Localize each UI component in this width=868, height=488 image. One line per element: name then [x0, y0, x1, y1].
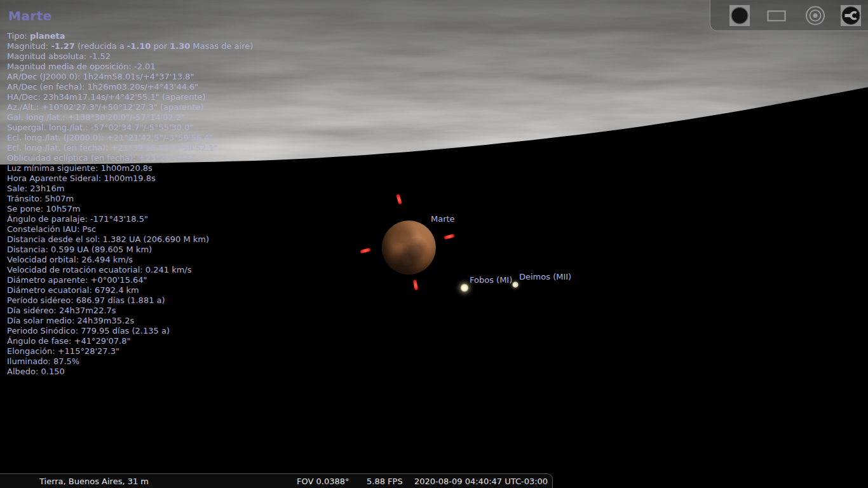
location-status: Tierra, Buenos Aires, 31 m: [39, 477, 149, 486]
info-line: Albedo: 0.150: [7, 367, 306, 377]
info-line: HA/Dec: 23h34m17.14s/+4°42'55.1" (aparen…: [7, 92, 306, 102]
window-icon: [766, 5, 787, 26]
info-line: Ecl. long./lat. (J2000.0): +21°21'42.5"/…: [7, 133, 306, 143]
phobos-label: Fobos (MI): [470, 275, 512, 285]
info-line: Gal. long./lat.: +138°30'20.0"/-57°14'02…: [7, 112, 306, 123]
info-line: Velocidad orbital: 26.494 km/s: [7, 255, 306, 265]
fov-status: FOV 0.0388°: [297, 477, 349, 486]
info-line: Tránsito: 5h07m: [7, 194, 306, 204]
datetime-status: 2020-08-09 04:40:47 UTC-03:00: [414, 477, 548, 486]
info-line: Día solar medio: 24h39m35.2s: [7, 316, 306, 326]
object-title: Marte: [8, 8, 52, 24]
info-line: Ángulo de paralaje: -171°43'18.5": [7, 214, 306, 224]
mars-planet[interactable]: [382, 220, 436, 274]
info-line: Diámetro ecuatorial: 6792.4 km: [7, 285, 306, 295]
deimos-moon[interactable]: [512, 281, 519, 288]
window-button[interactable]: [766, 5, 787, 26]
phobos-moon[interactable]: [460, 283, 469, 292]
info-line: Oblicuidad eclíptica (en fecha): +23°26'…: [7, 153, 306, 163]
info-line: Período sidéreo: 686.97 días (1.881 a): [7, 295, 306, 306]
info-line: Luz mínima siguiente: 1h00m20.8s: [7, 163, 306, 173]
info-line: Az./Alt.: +10°02'27.3"/+50°12'27.3" (apa…: [7, 102, 306, 112]
info-line: Tipo: planeta: [7, 31, 306, 41]
deimos-label: Deimos (MII): [519, 272, 571, 281]
info-line: Ecl. long./lat. (en fecha): +21°39'15.6"…: [7, 143, 306, 153]
info-line: Iluminado: 87.5%: [7, 356, 306, 367]
info-line: Velocidad de rotación ecuatorial: 0.241 …: [7, 265, 306, 275]
status-bar: Tierra, Buenos Aires, 31 m FOV 0.0388° 5…: [0, 473, 553, 488]
info-line: Distancia: 0.599 UA (89.605 M km): [7, 245, 306, 255]
info-line: Sale: 23h16m: [7, 184, 306, 194]
selection-marker-icon: [396, 194, 402, 205]
sphere-button[interactable]: [729, 5, 750, 26]
info-line: Ángulo de fase: +41°29'07.8": [7, 336, 306, 346]
target-button[interactable]: [804, 5, 826, 26]
selection-marker-icon: [444, 234, 455, 240]
selection-marker-icon: [413, 280, 418, 290]
info-line: Distancia desde el sol: 1.382 UA (206.69…: [7, 234, 306, 245]
wrench-icon: [841, 5, 861, 26]
mars-label: Marte: [431, 214, 455, 224]
object-info-lines: Tipo: planetaMagnitud: -1.27 (reducida a…: [7, 31, 306, 377]
info-line: AR/Dec (en fecha): 1h26m03.20s/+4°43'44.…: [7, 82, 306, 92]
info-line: Magnitud: -1.27 (reducida a -1.10 por 1.…: [7, 41, 306, 51]
corner-toolbar: [710, 0, 868, 31]
info-line: Diámetro aparente: +0°00'15.64": [7, 275, 306, 285]
info-line: Magnitud absoluta: -1.52: [7, 51, 306, 62]
info-line: Supergal. long./lat.: -57°02'34.7"/-5°55…: [7, 123, 306, 133]
info-line: Día sidéreo: 24h37m22.7s: [7, 306, 306, 316]
info-line: Se pone: 10h57m: [7, 204, 306, 214]
info-line: Periodo Sinódico: 779.95 días (2.135 a): [7, 326, 306, 336]
sphere-icon: [729, 5, 750, 26]
settings-button[interactable]: [841, 5, 861, 26]
info-line: Magnitud media de oposición: -2.01: [7, 62, 306, 72]
info-line: Elongación: +115°28'27.3": [7, 346, 306, 356]
target-icon: [804, 5, 826, 26]
fps-status: 5.88 FPS: [367, 477, 403, 486]
selection-marker-icon: [360, 248, 371, 254]
info-line: AR/Dec (J2000.0): 1h24m58.01s/+4°37'13.8…: [7, 72, 306, 82]
stellarium-viewport[interactable]: Marte Fobos (MI) Deimos (MII) Marte Tipo…: [0, 0, 868, 488]
info-line: Constelación IAU: Psc: [7, 224, 306, 234]
info-line: Hora Aparente Sideral: 1h00m19.8s: [7, 173, 306, 184]
